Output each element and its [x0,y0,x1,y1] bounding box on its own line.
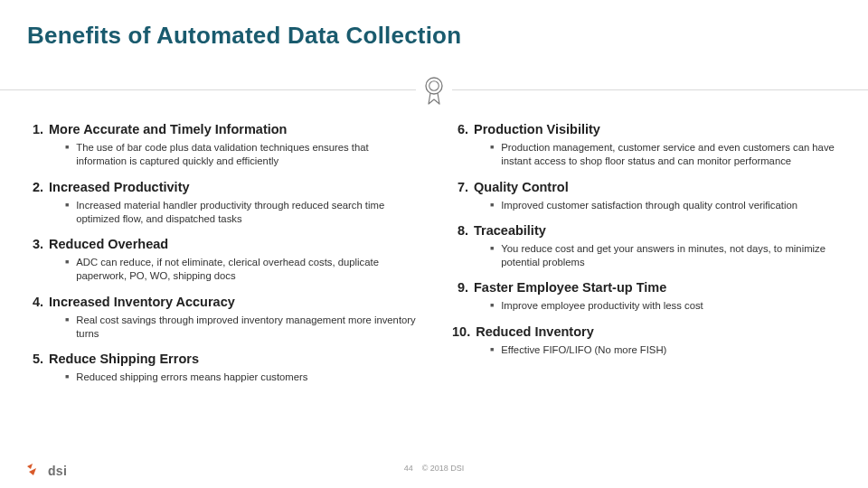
list-item: 9.Faster Employee Start-up Time ■Improve… [452,280,841,313]
bullet-icon: ■ [65,199,69,227]
item-sub: Production management, customer service … [501,141,841,169]
list-item: 7.Quality Control ■Improved customer sat… [452,180,841,212]
item-heading: Quality Control [474,180,569,194]
item-sub: Improved customer satisfaction through q… [501,199,797,212]
award-ribbon-icon [416,73,452,109]
divider-row [27,73,841,109]
item-number: 9. [452,280,468,295]
logo-text: dsi [48,464,67,478]
slide: Benefits of Automated Data Collection 1.… [0,0,868,488]
bullet-icon: ■ [490,141,494,169]
footer: dsi 44 © 2018 DSI [0,457,868,479]
item-number: 5. [27,352,43,366]
copyright: © 2018 DSI [422,464,465,473]
bullet-icon: ■ [65,141,69,169]
bullet-icon: ■ [490,242,494,270]
item-heading: Reduced Overhead [49,237,168,251]
list-item: 8.Traceability ■You reduce cost and get … [452,223,841,270]
item-heading: Traceability [474,223,546,238]
list-item: 5.Reduce Shipping Errors ■Reduced shippi… [27,352,416,384]
item-sub: Real cost savings through improved inven… [76,314,416,342]
left-column: 1.More Accurate and Timely Information ■… [27,122,416,395]
bullet-icon: ■ [65,314,69,342]
item-heading: More Accurate and Timely Information [49,122,287,136]
item-number: 2. [27,180,43,194]
logo-mark-icon [25,463,43,479]
item-number: 7. [452,180,468,194]
list-item: 4.Increased Inventory Accuracy ■Real cos… [27,295,416,342]
item-number: 10. [452,324,470,339]
logo: dsi [25,463,67,479]
svg-point-1 [429,81,439,91]
item-sub: The use of bar code plus data validation… [76,141,416,169]
item-sub: Reduced shipping errors means happier cu… [76,371,307,384]
list-item: 1.More Accurate and Timely Information ■… [27,122,416,169]
page-title: Benefits of Automated Data Collection [27,22,841,50]
item-sub: Effective FIFO/LIFO (No more FISH) [501,343,666,357]
list-item: 3.Reduced Overhead ■ADC can reduce, if n… [27,237,416,284]
item-number: 1. [27,122,43,136]
item-heading: Increased Inventory Accuracy [49,295,235,309]
item-sub: You reduce cost and get your answers in … [501,242,841,270]
item-heading: Increased Productivity [49,180,190,194]
list-item: 10.Reduced Inventory ■Effective FIFO/LIF… [452,324,841,357]
item-sub: Improve employee productivity with less … [501,299,703,313]
item-heading: Reduce Shipping Errors [49,352,199,366]
item-sub: ADC can reduce, if not eliminate, cleric… [76,256,416,284]
item-heading: Reduced Inventory [476,324,594,339]
content-columns: 1.More Accurate and Timely Information ■… [27,122,841,395]
item-heading: Faster Employee Start-up Time [474,280,666,295]
item-number: 8. [452,223,468,238]
bullet-icon: ■ [490,299,494,313]
right-column: 6.Production Visibility ■Production mana… [452,122,841,395]
bullet-icon: ■ [490,199,494,212]
list-item: 2.Increased Productivity ■Increased mate… [27,180,416,227]
item-sub: Increased material handler productivity … [76,199,416,227]
bullet-icon: ■ [65,256,69,284]
page-info: 44 © 2018 DSI [404,464,465,473]
bullet-icon: ■ [65,371,69,384]
item-number: 3. [27,237,43,251]
list-item: 6.Production Visibility ■Production mana… [452,122,841,169]
bullet-icon: ■ [490,343,494,357]
page-number: 44 [404,464,413,473]
item-heading: Production Visibility [474,122,600,136]
item-number: 6. [452,122,468,136]
item-number: 4. [27,295,43,309]
svg-point-0 [426,78,442,94]
